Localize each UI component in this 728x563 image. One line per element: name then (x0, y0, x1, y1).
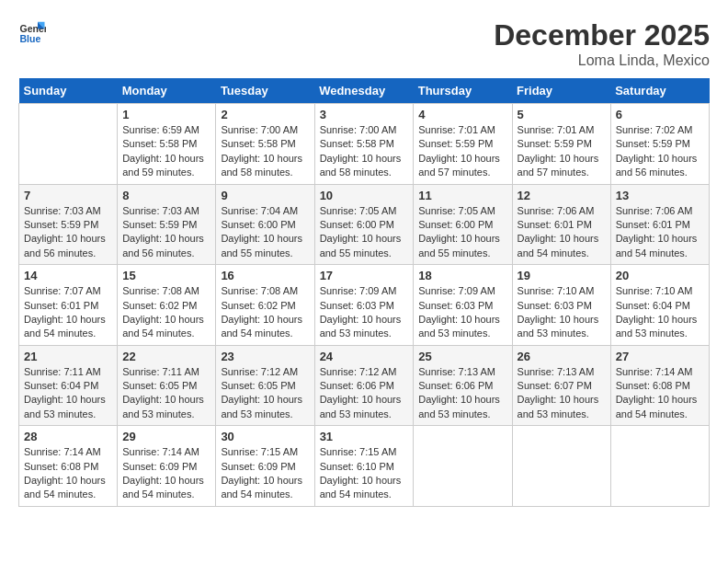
day-number: 29 (122, 430, 210, 443)
day-number: 16 (221, 269, 309, 282)
calendar-header-row: SundayMondayTuesdayWednesdayThursdayFrid… (19, 78, 710, 104)
calendar-cell: 8Sunrise: 7:03 AMSunset: 5:59 PMDaylight… (118, 184, 216, 265)
calendar-cell: 28Sunrise: 7:14 AMSunset: 6:08 PMDayligh… (19, 426, 118, 507)
day-number: 14 (24, 269, 112, 282)
title-block: December 2025 Loma Linda, Mexico (494, 18, 710, 69)
day-info: Sunrise: 7:09 AMSunset: 6:03 PMDaylight:… (418, 284, 506, 341)
header-monday: Monday (118, 78, 216, 104)
calendar-cell: 5Sunrise: 7:01 AMSunset: 5:59 PMDaylight… (512, 104, 610, 185)
logo-icon: General Blue (18, 18, 46, 46)
calendar-cell: 21Sunrise: 7:11 AMSunset: 6:04 PMDayligh… (19, 345, 118, 426)
day-number: 25 (418, 350, 506, 363)
header-saturday: Saturday (610, 78, 709, 104)
day-info: Sunrise: 7:14 AMSunset: 6:09 PMDaylight:… (122, 445, 210, 502)
calendar-cell: 29Sunrise: 7:14 AMSunset: 6:09 PMDayligh… (118, 426, 216, 507)
calendar-cell: 26Sunrise: 7:13 AMSunset: 6:07 PMDayligh… (512, 345, 610, 426)
day-info: Sunrise: 7:04 AMSunset: 6:00 PMDaylight:… (221, 204, 309, 261)
day-info: Sunrise: 6:59 AMSunset: 5:58 PMDaylight:… (122, 123, 210, 180)
day-info: Sunrise: 7:08 AMSunset: 6:02 PMDaylight:… (122, 284, 210, 341)
day-info: Sunrise: 7:05 AMSunset: 6:00 PMDaylight:… (320, 204, 409, 261)
calendar-cell: 17Sunrise: 7:09 AMSunset: 6:03 PMDayligh… (314, 265, 414, 346)
day-info: Sunrise: 7:01 AMSunset: 5:59 PMDaylight:… (518, 123, 606, 180)
week-row-3: 14Sunrise: 7:07 AMSunset: 6:01 PMDayligh… (19, 265, 710, 346)
calendar-cell: 27Sunrise: 7:14 AMSunset: 6:08 PMDayligh… (610, 345, 709, 426)
calendar-cell: 11Sunrise: 7:05 AMSunset: 6:00 PMDayligh… (414, 184, 512, 265)
day-number: 9 (221, 189, 309, 202)
day-number: 24 (320, 350, 409, 363)
svg-text:Blue: Blue (20, 33, 41, 44)
day-info: Sunrise: 7:08 AMSunset: 6:02 PMDaylight:… (221, 284, 309, 341)
calendar-cell: 14Sunrise: 7:07 AMSunset: 6:01 PMDayligh… (19, 265, 118, 346)
logo: General Blue (18, 18, 48, 46)
day-number: 27 (616, 350, 704, 363)
calendar-cell: 13Sunrise: 7:06 AMSunset: 6:01 PMDayligh… (610, 184, 709, 265)
calendar-cell: 16Sunrise: 7:08 AMSunset: 6:02 PMDayligh… (216, 265, 314, 346)
calendar-cell: 3Sunrise: 7:00 AMSunset: 5:58 PMDaylight… (314, 104, 414, 185)
calendar-cell: 7Sunrise: 7:03 AMSunset: 5:59 PMDaylight… (19, 184, 118, 265)
day-info: Sunrise: 7:13 AMSunset: 6:07 PMDaylight:… (518, 365, 606, 422)
day-info: Sunrise: 7:01 AMSunset: 5:59 PMDaylight:… (418, 123, 506, 180)
day-number: 30 (221, 430, 309, 443)
day-number: 1 (122, 108, 210, 121)
header-tuesday: Tuesday (216, 78, 314, 104)
day-number: 12 (518, 189, 606, 202)
page-header: General Blue December 2025 Loma Linda, M… (18, 18, 710, 69)
day-info: Sunrise: 7:03 AMSunset: 5:59 PMDaylight:… (122, 204, 210, 261)
location: Loma Linda, Mexico (494, 52, 710, 69)
header-friday: Friday (512, 78, 610, 104)
day-number: 17 (320, 269, 409, 282)
day-info: Sunrise: 7:15 AMSunset: 6:10 PMDaylight:… (320, 445, 409, 502)
day-number: 28 (24, 430, 112, 443)
calendar-cell: 31Sunrise: 7:15 AMSunset: 6:10 PMDayligh… (314, 426, 414, 507)
day-number: 22 (122, 350, 210, 363)
day-info: Sunrise: 7:12 AMSunset: 6:06 PMDaylight:… (320, 365, 409, 422)
week-row-4: 21Sunrise: 7:11 AMSunset: 6:04 PMDayligh… (19, 345, 710, 426)
day-number: 11 (418, 189, 506, 202)
calendar-table: SundayMondayTuesdayWednesdayThursdayFrid… (18, 78, 710, 507)
day-number: 7 (24, 189, 112, 202)
day-info: Sunrise: 7:00 AMSunset: 5:58 PMDaylight:… (221, 123, 309, 180)
header-thursday: Thursday (414, 78, 512, 104)
day-number: 3 (320, 108, 409, 121)
calendar-cell: 22Sunrise: 7:11 AMSunset: 6:05 PMDayligh… (118, 345, 216, 426)
day-number: 2 (221, 108, 309, 121)
day-info: Sunrise: 7:07 AMSunset: 6:01 PMDaylight:… (24, 284, 112, 341)
day-number: 23 (221, 350, 309, 363)
calendar-cell: 15Sunrise: 7:08 AMSunset: 6:02 PMDayligh… (118, 265, 216, 346)
calendar-cell (610, 426, 709, 507)
calendar-cell: 20Sunrise: 7:10 AMSunset: 6:04 PMDayligh… (610, 265, 709, 346)
calendar-cell: 18Sunrise: 7:09 AMSunset: 6:03 PMDayligh… (414, 265, 512, 346)
day-number: 10 (320, 189, 409, 202)
calendar-cell: 23Sunrise: 7:12 AMSunset: 6:05 PMDayligh… (216, 345, 314, 426)
day-info: Sunrise: 7:06 AMSunset: 6:01 PMDaylight:… (616, 204, 704, 261)
day-number: 26 (518, 350, 606, 363)
day-number: 15 (122, 269, 210, 282)
day-number: 8 (122, 189, 210, 202)
day-number: 20 (616, 269, 704, 282)
day-number: 6 (616, 108, 704, 121)
day-info: Sunrise: 7:00 AMSunset: 5:58 PMDaylight:… (320, 123, 409, 180)
day-info: Sunrise: 7:06 AMSunset: 6:01 PMDaylight:… (518, 204, 606, 261)
calendar-cell (19, 104, 118, 185)
calendar-cell: 24Sunrise: 7:12 AMSunset: 6:06 PMDayligh… (314, 345, 414, 426)
day-number: 5 (518, 108, 606, 121)
calendar-cell: 1Sunrise: 6:59 AMSunset: 5:58 PMDaylight… (118, 104, 216, 185)
calendar-cell: 2Sunrise: 7:00 AMSunset: 5:58 PMDaylight… (216, 104, 314, 185)
calendar-cell: 6Sunrise: 7:02 AMSunset: 5:59 PMDaylight… (610, 104, 709, 185)
day-info: Sunrise: 7:02 AMSunset: 5:59 PMDaylight:… (616, 123, 704, 180)
day-number: 21 (24, 350, 112, 363)
week-row-2: 7Sunrise: 7:03 AMSunset: 5:59 PMDaylight… (19, 184, 710, 265)
calendar-cell (512, 426, 610, 507)
calendar-cell: 19Sunrise: 7:10 AMSunset: 6:03 PMDayligh… (512, 265, 610, 346)
header-wednesday: Wednesday (314, 78, 414, 104)
calendar-cell: 10Sunrise: 7:05 AMSunset: 6:00 PMDayligh… (314, 184, 414, 265)
day-info: Sunrise: 7:09 AMSunset: 6:03 PMDaylight:… (320, 284, 409, 341)
day-info: Sunrise: 7:14 AMSunset: 6:08 PMDaylight:… (616, 365, 704, 422)
month-title: December 2025 (494, 18, 710, 52)
calendar-cell: 4Sunrise: 7:01 AMSunset: 5:59 PMDaylight… (414, 104, 512, 185)
day-info: Sunrise: 7:11 AMSunset: 6:04 PMDaylight:… (24, 365, 112, 422)
day-number: 18 (418, 269, 506, 282)
day-info: Sunrise: 7:11 AMSunset: 6:05 PMDaylight:… (122, 365, 210, 422)
calendar-cell (414, 426, 512, 507)
week-row-1: 1Sunrise: 6:59 AMSunset: 5:58 PMDaylight… (19, 104, 710, 185)
